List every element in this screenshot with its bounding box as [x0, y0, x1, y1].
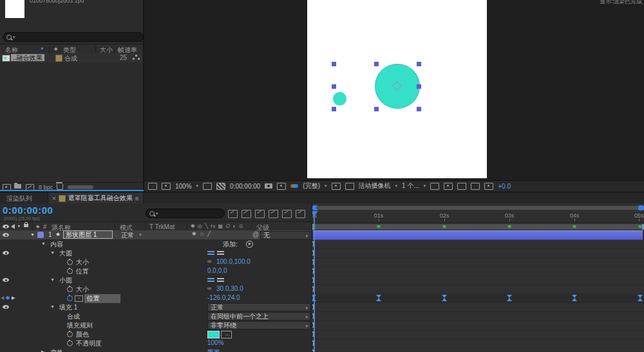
composition-mini-flowchart-icon[interactable] — [228, 210, 238, 218]
project-search-input[interactable]: ▾ — [3, 32, 144, 42]
trkmat-column-label[interactable]: T TrkMat — [149, 223, 175, 230]
selection-handle[interactable] — [417, 84, 421, 89]
comp-flowchart-icon[interactable] — [457, 183, 466, 190]
link-dimensions-icon[interactable]: ∞ — [207, 285, 211, 292]
property-dropdown[interactable]: 正常▾ — [207, 303, 310, 311]
sort-arrow-icon[interactable]: ▼ — [40, 46, 44, 51]
tab-render-queue[interactable]: 渲染队列 — [6, 194, 32, 203]
draft-3d-icon[interactable] — [242, 210, 251, 218]
property-label[interactable]: 位置 — [84, 294, 120, 303]
eye-toggle[interactable] — [3, 251, 9, 255]
reset-exposure-icon[interactable] — [484, 183, 493, 190]
motion-blur-icon[interactable] — [282, 210, 292, 218]
small-circle-shape[interactable] — [333, 92, 346, 106]
always-preview-icon[interactable] — [148, 183, 157, 190]
stopwatch-icon[interactable] — [67, 340, 73, 346]
property-value[interactable]: 30.0,30.0 — [216, 285, 243, 292]
mini-flowchart-icon[interactable] — [471, 183, 480, 190]
current-time-display[interactable]: 0:00:00:00 — [3, 205, 53, 216]
next-keyframe-icon[interactable]: ▶ — [12, 295, 15, 301]
channel-settings-icon[interactable] — [290, 183, 298, 189]
graph-editor-icon[interactable] — [296, 210, 305, 218]
selection-handle[interactable] — [417, 107, 421, 111]
preview-time[interactable]: 0:00:00:00 — [230, 183, 260, 190]
chevron-down-icon[interactable]: ▾ — [325, 183, 327, 189]
link-dimensions-icon[interactable]: ∞ — [207, 258, 211, 264]
add-keyframe-icon[interactable]: ◆ — [6, 295, 10, 301]
property-label[interactable]: 变换 — [50, 348, 63, 352]
selection-handle[interactable] — [374, 62, 379, 66]
blend-sliders-icon[interactable] — [217, 277, 224, 283]
pixel-aspect-icon[interactable] — [345, 183, 354, 190]
label-color-swatch[interactable] — [55, 55, 62, 62]
chevron-down-icon[interactable]: ▾ — [139, 232, 142, 237]
property-value[interactable]: 100.0,100.0 — [216, 258, 251, 265]
grid-guides-icon[interactable] — [430, 183, 439, 190]
trash-icon[interactable] — [57, 184, 63, 190]
property-label[interactable]: 不透明度 — [76, 339, 102, 348]
layer-eye-toggle[interactable] — [3, 233, 9, 237]
zoom-level[interactable]: 100% — [175, 183, 192, 190]
transparency-grid-icon[interactable] — [216, 183, 225, 190]
view-layout-select[interactable]: 1 个... — [402, 181, 419, 190]
effects-switch-icon[interactable]: ◎ — [200, 231, 204, 237]
quality-slash-icon[interactable]: ╱ — [207, 231, 211, 237]
playhead-line[interactable] — [314, 211, 315, 352]
time-navigator[interactable] — [312, 205, 644, 210]
property-label[interactable]: 位置 — [76, 267, 89, 276]
selection-handle[interactable] — [417, 62, 421, 66]
magnification-icon[interactable] — [162, 183, 171, 190]
layer-duration-bar[interactable] — [313, 230, 643, 240]
color-swatch[interactable] — [207, 331, 220, 338]
stopwatch-icon[interactable] — [67, 259, 73, 265]
selection-handle[interactable] — [332, 62, 336, 66]
resolution-select[interactable]: (完整) — [303, 181, 320, 190]
property-dropdown[interactable]: 在同组中前一个之上▾ — [207, 312, 310, 320]
property-label[interactable]: 填充规则 — [67, 321, 93, 330]
chevron-down-icon[interactable]: ▾ — [395, 183, 398, 189]
previous-keyframe-icon[interactable]: ◀ — [1, 295, 4, 301]
timeline-jump-icon[interactable] — [444, 183, 453, 190]
property-value[interactable]: 0.0,0.0 — [207, 267, 227, 274]
reset-link[interactable]: 重置 — [207, 348, 220, 352]
snapshot-camera-icon[interactable] — [265, 183, 272, 189]
layer-row[interactable]: ▼ 1 ★ 形状图层 1 正常 ▾ ✱ ◎ ╱ @ 无▾ — [0, 230, 311, 239]
work-area-bar[interactable] — [312, 223, 644, 230]
quality-switch-icon[interactable]: ✱ — [192, 231, 196, 237]
blend-sliders-icon[interactable] — [207, 250, 214, 255]
twirl-arrow-icon[interactable]: ▼ — [50, 304, 55, 309]
timeline-search-input[interactable]: ▾ — [146, 208, 225, 218]
add-menu-icon[interactable] — [246, 241, 253, 248]
eye-toggle[interactable] — [3, 278, 9, 282]
panel-menu-icon[interactable]: ≡ — [135, 195, 139, 202]
playhead-handle[interactable] — [312, 211, 318, 216]
composition-canvas[interactable] — [307, 0, 487, 178]
twirl-arrow-icon[interactable]: ▶ — [41, 349, 44, 352]
selection-handle[interactable] — [374, 107, 379, 111]
selection-handle[interactable] — [332, 107, 336, 111]
property-label[interactable]: 大圆 — [59, 249, 72, 258]
graph-include-icon[interactable]: ~ — [75, 295, 83, 302]
layer-label-swatch[interactable] — [37, 232, 44, 238]
property-label[interactable]: 大小 — [76, 285, 89, 294]
navigator-end-handle[interactable] — [638, 205, 644, 210]
blend-mode-select[interactable]: 正常 — [121, 231, 134, 240]
project-item-row[interactable]: ..融合效果 合成 25 — [0, 53, 143, 62]
project-item-name[interactable]: ..融合效果 — [11, 54, 44, 61]
active-camera-select[interactable]: 活动摄像机 — [359, 181, 391, 190]
twirl-arrow-icon[interactable]: ▼ — [50, 250, 55, 255]
property-label[interactable]: 小圆 — [59, 276, 72, 285]
chevron-down-icon[interactable]: ▾ — [424, 183, 426, 189]
hide-shy-layers-icon[interactable] — [255, 210, 265, 218]
pickwhip-icon[interactable]: @ — [252, 231, 259, 238]
close-icon[interactable]: × — [52, 195, 56, 202]
property-value[interactable]: 100% — [207, 339, 224, 346]
property-dropdown[interactable]: 非零环绕▾ — [207, 321, 310, 329]
target-region-icon[interactable] — [332, 183, 341, 190]
twirl-arrow-icon[interactable]: ▼ — [50, 277, 55, 282]
property-value[interactable]: -126.0,24.0 — [207, 294, 240, 301]
frame-blending-icon[interactable] — [269, 210, 278, 218]
chevron-down-icon[interactable]: ▾ — [196, 183, 199, 189]
selection-handle[interactable] — [332, 84, 336, 89]
eyedropper-icon[interactable]: → — [221, 331, 232, 338]
